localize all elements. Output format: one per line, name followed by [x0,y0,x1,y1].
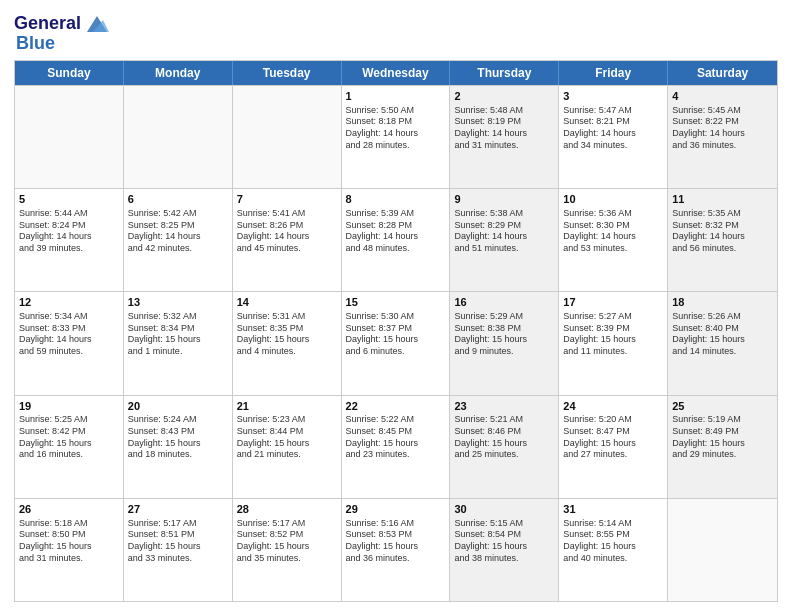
day-number: 23 [454,399,554,414]
cal-cell-r4-c3: 29Sunrise: 5:16 AM Sunset: 8:53 PM Dayli… [342,499,451,601]
cal-cell-r2-c2: 14Sunrise: 5:31 AM Sunset: 8:35 PM Dayli… [233,292,342,394]
cell-info: Sunrise: 5:30 AM Sunset: 8:37 PM Dayligh… [346,311,446,358]
day-number: 18 [672,295,773,310]
day-number: 9 [454,192,554,207]
header-tuesday: Tuesday [233,61,342,85]
page: General Blue Sunday Monday Tuesday Wedne… [0,0,792,612]
day-number: 31 [563,502,663,517]
cal-cell-r1-c0: 5Sunrise: 5:44 AM Sunset: 8:24 PM Daylig… [15,189,124,291]
cell-info: Sunrise: 5:16 AM Sunset: 8:53 PM Dayligh… [346,518,446,565]
day-number: 27 [128,502,228,517]
day-number: 13 [128,295,228,310]
cal-cell-r1-c3: 8Sunrise: 5:39 AM Sunset: 8:28 PM Daylig… [342,189,451,291]
cell-info: Sunrise: 5:47 AM Sunset: 8:21 PM Dayligh… [563,105,663,152]
day-number: 30 [454,502,554,517]
day-number: 14 [237,295,337,310]
day-number: 19 [19,399,119,414]
cal-cell-r0-c5: 3Sunrise: 5:47 AM Sunset: 8:21 PM Daylig… [559,86,668,188]
day-number: 16 [454,295,554,310]
cell-info: Sunrise: 5:29 AM Sunset: 8:38 PM Dayligh… [454,311,554,358]
day-number: 22 [346,399,446,414]
cell-info: Sunrise: 5:18 AM Sunset: 8:50 PM Dayligh… [19,518,119,565]
day-number: 1 [346,89,446,104]
cal-row-1: 5Sunrise: 5:44 AM Sunset: 8:24 PM Daylig… [15,188,777,291]
day-number: 12 [19,295,119,310]
day-number: 7 [237,192,337,207]
cell-info: Sunrise: 5:39 AM Sunset: 8:28 PM Dayligh… [346,208,446,255]
day-number: 2 [454,89,554,104]
day-number: 26 [19,502,119,517]
cal-cell-r0-c2 [233,86,342,188]
header: General Blue [14,10,778,54]
cal-cell-r1-c1: 6Sunrise: 5:42 AM Sunset: 8:25 PM Daylig… [124,189,233,291]
cal-cell-r3-c1: 20Sunrise: 5:24 AM Sunset: 8:43 PM Dayli… [124,396,233,498]
cell-info: Sunrise: 5:44 AM Sunset: 8:24 PM Dayligh… [19,208,119,255]
cal-cell-r4-c1: 27Sunrise: 5:17 AM Sunset: 8:51 PM Dayli… [124,499,233,601]
cal-cell-r2-c4: 16Sunrise: 5:29 AM Sunset: 8:38 PM Dayli… [450,292,559,394]
header-thursday: Thursday [450,61,559,85]
logo: General Blue [14,10,111,54]
cal-cell-r4-c6 [668,499,777,601]
logo-icon [83,10,111,38]
cal-row-3: 19Sunrise: 5:25 AM Sunset: 8:42 PM Dayli… [15,395,777,498]
header-friday: Friday [559,61,668,85]
day-number: 6 [128,192,228,207]
calendar-header: Sunday Monday Tuesday Wednesday Thursday… [15,61,777,85]
logo-text: General [14,14,81,34]
cal-cell-r4-c2: 28Sunrise: 5:17 AM Sunset: 8:52 PM Dayli… [233,499,342,601]
day-number: 20 [128,399,228,414]
cal-cell-r4-c5: 31Sunrise: 5:14 AM Sunset: 8:55 PM Dayli… [559,499,668,601]
cal-cell-r3-c0: 19Sunrise: 5:25 AM Sunset: 8:42 PM Dayli… [15,396,124,498]
cell-info: Sunrise: 5:26 AM Sunset: 8:40 PM Dayligh… [672,311,773,358]
cal-cell-r3-c4: 23Sunrise: 5:21 AM Sunset: 8:46 PM Dayli… [450,396,559,498]
cal-cell-r2-c1: 13Sunrise: 5:32 AM Sunset: 8:34 PM Dayli… [124,292,233,394]
day-number: 29 [346,502,446,517]
day-number: 11 [672,192,773,207]
cell-info: Sunrise: 5:17 AM Sunset: 8:52 PM Dayligh… [237,518,337,565]
cal-cell-r0-c1 [124,86,233,188]
cell-info: Sunrise: 5:42 AM Sunset: 8:25 PM Dayligh… [128,208,228,255]
cal-cell-r0-c4: 2Sunrise: 5:48 AM Sunset: 8:19 PM Daylig… [450,86,559,188]
cal-cell-r3-c6: 25Sunrise: 5:19 AM Sunset: 8:49 PM Dayli… [668,396,777,498]
cal-cell-r0-c0 [15,86,124,188]
cal-cell-r2-c3: 15Sunrise: 5:30 AM Sunset: 8:37 PM Dayli… [342,292,451,394]
cell-info: Sunrise: 5:25 AM Sunset: 8:42 PM Dayligh… [19,414,119,461]
cell-info: Sunrise: 5:15 AM Sunset: 8:54 PM Dayligh… [454,518,554,565]
logo-blue-text: Blue [16,34,55,54]
cell-info: Sunrise: 5:19 AM Sunset: 8:49 PM Dayligh… [672,414,773,461]
cal-cell-r2-c6: 18Sunrise: 5:26 AM Sunset: 8:40 PM Dayli… [668,292,777,394]
cell-info: Sunrise: 5:48 AM Sunset: 8:19 PM Dayligh… [454,105,554,152]
header-monday: Monday [124,61,233,85]
cell-info: Sunrise: 5:20 AM Sunset: 8:47 PM Dayligh… [563,414,663,461]
cal-cell-r0-c3: 1Sunrise: 5:50 AM Sunset: 8:18 PM Daylig… [342,86,451,188]
cell-info: Sunrise: 5:45 AM Sunset: 8:22 PM Dayligh… [672,105,773,152]
header-saturday: Saturday [668,61,777,85]
day-number: 24 [563,399,663,414]
cell-info: Sunrise: 5:24 AM Sunset: 8:43 PM Dayligh… [128,414,228,461]
cal-row-2: 12Sunrise: 5:34 AM Sunset: 8:33 PM Dayli… [15,291,777,394]
day-number: 28 [237,502,337,517]
day-number: 25 [672,399,773,414]
cell-info: Sunrise: 5:31 AM Sunset: 8:35 PM Dayligh… [237,311,337,358]
day-number: 5 [19,192,119,207]
cal-cell-r2-c0: 12Sunrise: 5:34 AM Sunset: 8:33 PM Dayli… [15,292,124,394]
cell-info: Sunrise: 5:17 AM Sunset: 8:51 PM Dayligh… [128,518,228,565]
cal-cell-r2-c5: 17Sunrise: 5:27 AM Sunset: 8:39 PM Dayli… [559,292,668,394]
cell-info: Sunrise: 5:22 AM Sunset: 8:45 PM Dayligh… [346,414,446,461]
cal-cell-r4-c4: 30Sunrise: 5:15 AM Sunset: 8:54 PM Dayli… [450,499,559,601]
cell-info: Sunrise: 5:23 AM Sunset: 8:44 PM Dayligh… [237,414,337,461]
cell-info: Sunrise: 5:35 AM Sunset: 8:32 PM Dayligh… [672,208,773,255]
cal-cell-r1-c5: 10Sunrise: 5:36 AM Sunset: 8:30 PM Dayli… [559,189,668,291]
day-number: 21 [237,399,337,414]
cal-cell-r3-c2: 21Sunrise: 5:23 AM Sunset: 8:44 PM Dayli… [233,396,342,498]
cal-cell-r1-c6: 11Sunrise: 5:35 AM Sunset: 8:32 PM Dayli… [668,189,777,291]
cell-info: Sunrise: 5:36 AM Sunset: 8:30 PM Dayligh… [563,208,663,255]
day-number: 4 [672,89,773,104]
cell-info: Sunrise: 5:32 AM Sunset: 8:34 PM Dayligh… [128,311,228,358]
day-number: 17 [563,295,663,310]
day-number: 10 [563,192,663,207]
cell-info: Sunrise: 5:38 AM Sunset: 8:29 PM Dayligh… [454,208,554,255]
cal-cell-r1-c2: 7Sunrise: 5:41 AM Sunset: 8:26 PM Daylig… [233,189,342,291]
day-number: 3 [563,89,663,104]
cal-cell-r4-c0: 26Sunrise: 5:18 AM Sunset: 8:50 PM Dayli… [15,499,124,601]
